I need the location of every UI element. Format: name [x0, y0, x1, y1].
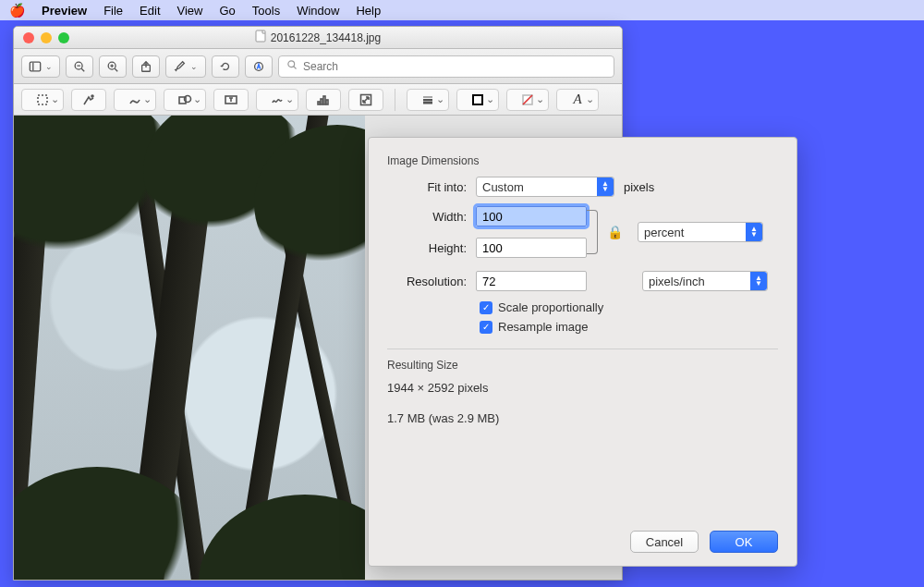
image-canvas[interactable]: [14, 116, 365, 580]
svg-line-7: [115, 68, 117, 71]
window-title: 20161228_134418.jpg: [271, 31, 381, 44]
jpeg-file-icon: [255, 30, 266, 45]
text-style-button[interactable]: A: [556, 89, 599, 111]
dimensions-section-label: Image Dimensions: [387, 154, 778, 167]
resolution-field[interactable]: [476, 271, 587, 291]
close-button[interactable]: [23, 32, 34, 43]
width-label: Width:: [387, 210, 467, 224]
menu-help[interactable]: Help: [356, 4, 381, 18]
wh-unit-value: percent: [644, 226, 684, 239]
sketch-tool-button[interactable]: [114, 89, 156, 111]
adjust-color-button[interactable]: [306, 89, 341, 111]
titlebar[interactable]: 20161228_134418.jpg: [14, 27, 622, 49]
line-style-button[interactable]: [407, 89, 449, 111]
adjust-size-button[interactable]: [348, 89, 383, 111]
zoom-out-button[interactable]: [66, 55, 93, 78]
svg-rect-1: [30, 62, 40, 71]
svg-point-15: [91, 95, 93, 97]
resulting-filesize: 1.7 MB (was 2.9 MB): [387, 411, 778, 425]
height-label: Height:: [387, 241, 467, 255]
svg-rect-22: [326, 100, 328, 104]
menu-view[interactable]: View: [177, 4, 203, 18]
resample-image-checkbox[interactable]: ✓: [480, 321, 492, 334]
minimize-button[interactable]: [41, 32, 52, 43]
menu-tools[interactable]: Tools: [252, 4, 280, 18]
sidebar-toggle-button[interactable]: ⌄: [21, 55, 60, 78]
main-toolbar: ⌄ ⌄: [14, 49, 622, 84]
traffic-lights: [23, 32, 69, 43]
instant-alpha-button[interactable]: [71, 89, 106, 111]
svg-line-4: [81, 68, 84, 71]
search-field[interactable]: [278, 55, 614, 78]
resolution-label: Resolution:: [387, 275, 467, 288]
selection-tool-button[interactable]: [21, 89, 64, 111]
markup-button[interactable]: [245, 55, 273, 78]
adjust-size-dialog: Image Dimensions Fit into: Custom ▲▼ pix…: [368, 137, 797, 567]
apple-menu[interactable]: 🍎: [9, 3, 25, 18]
svg-rect-19: [318, 102, 320, 104]
chevron-up-down-icon: ▲▼: [597, 177, 614, 196]
fit-into-label: Fit into:: [387, 180, 467, 194]
wh-unit-select[interactable]: percent ▲▼: [638, 222, 763, 242]
toolbar-divider: [395, 89, 395, 111]
chevron-up-down-icon: ▲▼: [750, 272, 767, 290]
resample-image-label: Resample image: [498, 320, 589, 334]
link-bracket-icon: [587, 206, 603, 258]
fit-into-unit: pixels: [624, 180, 654, 194]
svg-point-12: [288, 61, 295, 67]
height-field[interactable]: [476, 238, 587, 258]
svg-rect-27: [473, 95, 482, 104]
svg-line-13: [294, 67, 297, 69]
svg-rect-0: [256, 31, 265, 42]
search-icon: [286, 59, 298, 73]
scale-proportionally-label: Scale proportionally: [498, 300, 603, 314]
share-button[interactable]: [132, 55, 160, 78]
menu-go[interactable]: Go: [219, 4, 235, 18]
menu-edit[interactable]: Edit: [140, 4, 160, 18]
ok-button[interactable]: OK: [710, 531, 778, 553]
rotate-button[interactable]: [212, 55, 239, 78]
fit-into-value: Custom: [482, 180, 524, 194]
resulting-size-section-label: Resulting Size: [387, 359, 778, 372]
svg-rect-14: [38, 95, 47, 104]
menubar: 🍎 Preview File Edit View Go Tools Window…: [0, 0, 924, 20]
lock-icon[interactable]: 🔒: [607, 225, 623, 239]
width-field[interactable]: [476, 206, 587, 226]
svg-rect-20: [321, 99, 322, 104]
text-tool-button[interactable]: [213, 89, 249, 111]
shapes-tool-button[interactable]: [164, 89, 206, 111]
svg-rect-21: [323, 96, 325, 104]
fill-color-button[interactable]: [506, 89, 549, 111]
resolution-unit-value: pixels/inch: [649, 275, 705, 288]
resolution-unit-select[interactable]: pixels/inch ▲▼: [642, 271, 768, 291]
sign-tool-button[interactable]: [256, 89, 298, 111]
fit-into-select[interactable]: Custom ▲▼: [476, 177, 614, 197]
chevron-up-down-icon: ▲▼: [746, 223, 762, 241]
highlight-tool-button[interactable]: ⌄: [165, 55, 206, 78]
border-color-button[interactable]: [456, 89, 499, 111]
cancel-button[interactable]: Cancel: [630, 531, 699, 553]
markup-toolbar: A: [14, 84, 622, 116]
menu-window[interactable]: Window: [297, 4, 339, 18]
menu-file[interactable]: File: [103, 4, 123, 18]
menu-preview[interactable]: Preview: [42, 4, 87, 18]
zoom-in-button[interactable]: [99, 55, 127, 78]
scale-proportionally-checkbox[interactable]: ✓: [480, 301, 492, 314]
resulting-dimensions: 1944 × 2592 pixels: [387, 381, 778, 395]
zoom-button[interactable]: [58, 32, 69, 43]
search-input[interactable]: [303, 60, 606, 73]
